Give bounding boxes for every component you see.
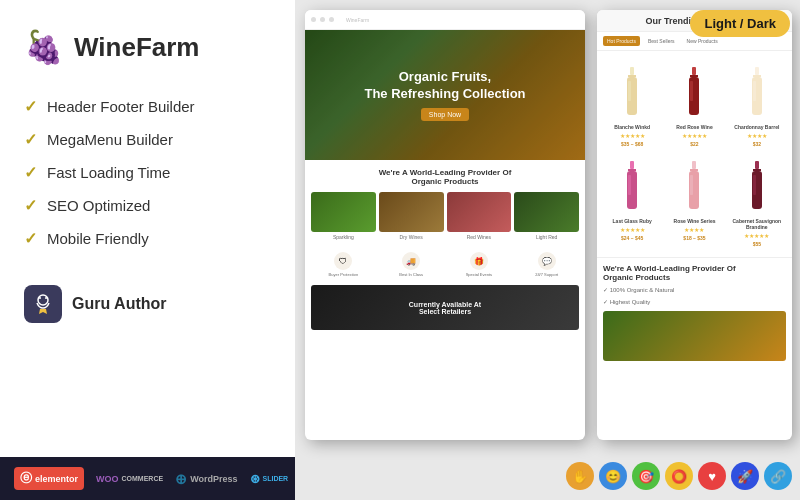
svg-rect-16 [628,169,636,171]
sr-product-price: $22 [690,141,698,147]
tab-best-sellers[interactable]: Best Sellers [644,36,679,46]
sc-feature-special: 🎁 Special Events [447,252,512,277]
svg-rect-22 [690,175,693,195]
circle-icon-4: ♥ [698,462,726,490]
check-icon: ✓ [24,163,37,182]
sc-features-row: 🛡 Buyer Protection 🚚 Best In Class 🎁 Spe… [305,248,585,281]
tab-hot-products[interactable]: Hot Products [603,36,640,46]
logo-area: 🍇 WineFarm [24,28,276,66]
sr-bottom-text2: ✓ Highest Quality [603,298,786,306]
screenshots-container: WineFarm Organic Fruits,The Refreshing C… [295,0,800,500]
sr-product-rating: ★★★★ [747,132,767,139]
circle-icon-2: 🎯 [632,462,660,490]
sc-hero-btn[interactable]: Shop Now [421,108,469,121]
bottle-svg [623,161,641,216]
logo-text: WineFarm [74,32,199,63]
sr-product-img [734,151,779,216]
sc-bottom-banner: Currently Available AtSelect Retailers [311,285,579,330]
grape-icon: 🍇 [24,28,64,66]
circle-icon-1: 😊 [599,462,627,490]
sr-bottom-img [603,311,786,361]
sr-product-name: Chardonnay Barrel [734,124,779,130]
tab-new-products[interactable]: New Products [683,36,722,46]
svg-point-0 [38,295,48,305]
sc-section-title: We're A World-Leading Provider OfOrganic… [311,168,579,186]
sr-product: Rose Wine Series ★★★★ $18 – $35 [665,151,723,247]
sc-world-leading: We're A World-Leading Provider OfOrganic… [305,160,585,248]
svg-rect-3 [630,67,634,75]
svg-rect-19 [692,161,696,169]
svg-rect-12 [753,75,761,77]
elementor-logo: ⓔ elementor [14,467,84,490]
svg-rect-8 [690,75,698,77]
check-icon: ✓ [24,196,37,215]
screenshot-left: WineFarm Organic Fruits,The Refreshing C… [305,10,585,440]
sr-product-name: Red Rose Wine [676,124,712,130]
feature-item: ✓SEO Optimized [24,189,276,222]
slider-revolution-logo: ⊛ SLIDER [250,472,289,486]
sc-header: WineFarm [305,10,585,30]
svg-rect-18 [628,175,631,195]
feature-label: MegaMenu Builder [47,131,173,148]
sr-product-name: Last Glass Ruby [613,218,652,224]
sr-product-img [734,57,779,122]
sr-bottom-section: We're A World-Leading Provider OfOrganic… [597,257,792,367]
guru-author: Guru Author [24,285,276,323]
guru-badge [24,285,62,323]
feature-label: Mobile Friendly [47,230,149,247]
svg-rect-4 [628,75,636,77]
svg-rect-26 [753,175,756,195]
circle-icon-6: 🔗 [764,462,792,490]
woocommerce-logo: WOO COMMERCE [96,474,163,484]
sr-product-rating: ★★★★★ [682,132,707,139]
sc-category-red: Red Wines [447,192,512,240]
sr-product: Blanche Winkd ★★★★★ $35 – $68 [603,57,661,147]
sr-products-grid: Blanche Winkd ★★★★★ $35 – $68 Red Rose W… [597,51,792,253]
feature-item: ✓Mobile Friendly [24,222,276,255]
feature-item: ✓Fast Loading Time [24,156,276,189]
bottle-svg [685,161,703,216]
check-icon: ✓ [24,229,37,248]
svg-rect-20 [690,169,698,171]
bottom-circles-row: ✋😊🎯⭕♥🚀🔗 [566,462,792,490]
sr-product-img [672,151,717,216]
wordpress-logo: ⊕ WordPress [175,471,237,487]
sr-bottom-text1: ✓ 100% Organic & Natural [603,286,786,294]
sr-product-rating: ★★★★★ [620,226,645,233]
sc-feature-buyer: 🛡 Buyer Protection [311,252,376,277]
check-icon: ✓ [24,97,37,116]
sr-product: Chardonnay Barrel ★★★★ $32 [728,57,786,147]
feature-label: Header Footer Builder [47,98,195,115]
sr-product: Last Glass Ruby ★★★★★ $24 – $45 [603,151,661,247]
sr-product-name: Rose Wine Series [674,218,716,224]
bottle-svg [623,67,641,122]
circle-icon-3: ⭕ [665,462,693,490]
sr-product-rating: ★★★★★ [744,232,769,239]
feature-label: SEO Optimized [47,197,150,214]
sr-product: Cabernet Sauvignon Brandine ★★★★★ $55 [728,151,786,247]
sr-product-price: $24 – $45 [621,235,643,241]
sr-product-price: $18 – $35 [683,235,705,241]
guru-icon [31,292,55,316]
svg-rect-6 [628,81,631,101]
svg-rect-11 [755,67,759,75]
svg-point-2 [45,297,47,299]
feature-item: ✓Header Footer Builder [24,90,276,123]
sr-product-name: Blanche Winkd [614,124,650,130]
check-icon: ✓ [24,130,37,149]
circle-icon-5: 🚀 [731,462,759,490]
sr-product-rating: ★★★★★ [620,132,645,139]
feature-item: ✓MegaMenu Builder [24,123,276,156]
sr-product-price: $35 – $68 [621,141,643,147]
bottle-svg [685,67,703,122]
svg-point-1 [39,297,41,299]
sc-feature-best: 🚚 Best In Class [379,252,444,277]
sc-hero-title: Organic Fruits,The Refreshing Collection [364,69,525,103]
sc-category-sparkling: Sparkling [311,192,376,240]
sr-product-rating: ★★★★ [684,226,704,233]
sc-category-light: Light Red [514,192,579,240]
svg-rect-7 [692,67,696,75]
sc-category-dry: Dry Wines [379,192,444,240]
sr-product-img [610,151,655,216]
sr-product-name: Cabernet Sauvignon Brandine [728,218,786,230]
